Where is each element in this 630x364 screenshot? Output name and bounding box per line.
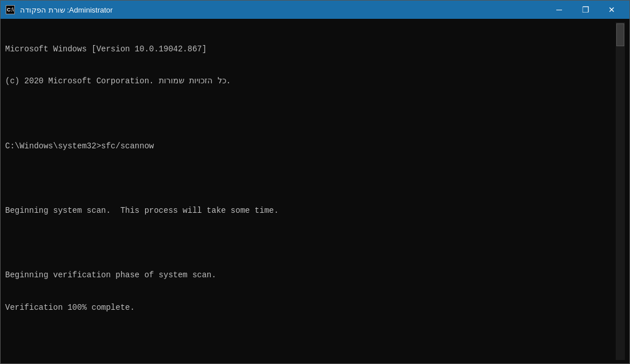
cmd-window: C:\ Administrator: שורת הפקודה ─ ❐ ✕ Mic…: [0, 0, 630, 364]
window-title: Administrator: שורת הפקודה: [20, 6, 113, 14]
scrollbar[interactable]: [616, 22, 625, 360]
console-output[interactable]: Microsoft Windows [Version 10.0.19042.86…: [5, 22, 616, 360]
close-button[interactable]: ✕: [599, 1, 625, 19]
console-line-2: (c) 2020 Microsoft Corporation. כל הזכוי…: [5, 76, 616, 87]
console-line-6: Beginning system scan. This process will…: [5, 205, 616, 216]
scrollbar-thumb[interactable]: [616, 23, 624, 46]
restore-button[interactable]: ❐: [572, 1, 599, 19]
console-area: Microsoft Windows [Version 10.0.19042.86…: [1, 19, 629, 363]
console-line-3: [5, 108, 616, 119]
cmd-window-icon: C:\: [5, 5, 15, 15]
console-line-8: Beginning verification phase of system s…: [5, 270, 616, 281]
console-line-7: [5, 238, 616, 249]
console-line-1: Microsoft Windows [Version 10.0.19042.86…: [5, 44, 616, 55]
console-line-5: [5, 173, 616, 184]
cmd-icon-graphic: C:\: [6, 5, 15, 14]
title-bar-left: C:\ Administrator: שורת הפקודה: [5, 5, 113, 15]
window-controls: ─ ❐ ✕: [546, 1, 625, 19]
title-bar: C:\ Administrator: שורת הפקודה ─ ❐ ✕: [1, 1, 629, 19]
minimize-button[interactable]: ─: [546, 1, 572, 19]
console-line-4: C:\Windows\system32>sfc/scannow: [5, 141, 616, 152]
console-line-9: Verification 100% complete.: [5, 302, 616, 313]
console-line-10: [5, 335, 616, 346]
